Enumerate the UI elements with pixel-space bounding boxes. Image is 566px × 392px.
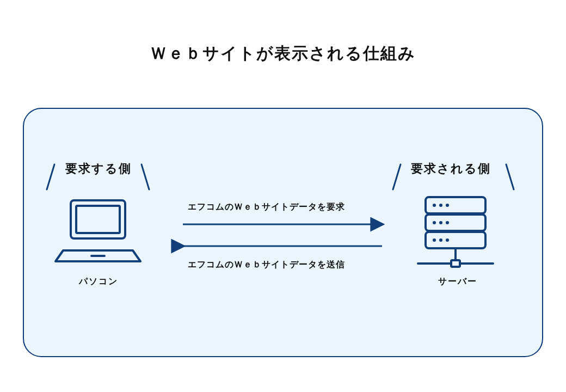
diagram-title: Ｗｅｂサイトが表示される仕組み bbox=[0, 42, 566, 65]
role-label-server: 要求される側 bbox=[411, 161, 491, 177]
arrow-label-response: エフコムのＷｅｂサイトデータを送信 bbox=[188, 259, 345, 271]
arrow-label-request: エフコムのＷｅｂサイトデータを要求 bbox=[188, 201, 345, 213]
caption-client: パソコン bbox=[79, 276, 118, 287]
role-label-client: 要求する側 bbox=[65, 161, 132, 177]
diagram-panel bbox=[23, 108, 543, 357]
caption-server: サーバー bbox=[438, 276, 477, 287]
diagram-canvas: Ｗｅｂサイトが表示される仕組み 要求する側 要求される側 エフコムのＷｅｂサイト… bbox=[0, 0, 566, 392]
